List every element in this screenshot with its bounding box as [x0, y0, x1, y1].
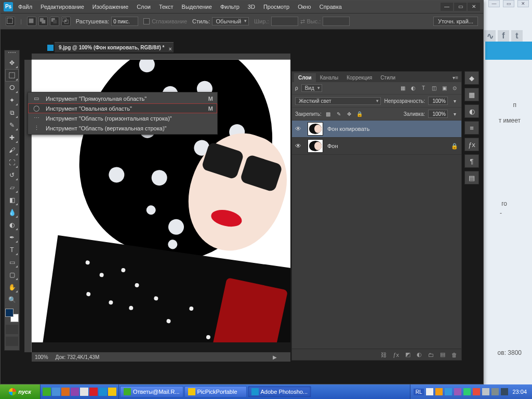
language-indicator[interactable]: RL — [414, 389, 424, 395]
layer-row[interactable]: 👁 Фон копировать — [292, 121, 461, 138]
browser-min[interactable]: — — [488, 0, 500, 7]
tool-path-select[interactable]: ▭ — [6, 257, 18, 268]
status-arrow-icon[interactable]: ▶ — [273, 354, 277, 360]
tool-heal[interactable]: ✚ — [6, 132, 18, 143]
opacity-caret-icon[interactable]: ▾ — [451, 97, 458, 104]
menu-image[interactable]: Изображение — [89, 3, 131, 11]
text-panel-icon[interactable]: ¶ — [464, 154, 479, 168]
browser-close[interactable]: ✕ — [517, 0, 529, 7]
group-icon[interactable]: 🗀 — [428, 352, 434, 358]
tab-styles[interactable]: Стили — [376, 73, 400, 82]
document-tab[interactable]: 9.jpg @ 100% (Фон копировать, RGB/8#) * … — [55, 42, 174, 52]
facebook-icon[interactable]: f — [498, 30, 509, 42]
tray-volume-icon[interactable] — [482, 388, 489, 395]
tab-channels[interactable]: Каналы — [316, 73, 343, 82]
new-selection-icon[interactable] — [27, 17, 36, 26]
screenmode-toggle[interactable] — [6, 337, 18, 346]
tool-lasso[interactable]: ⵔ — [6, 82, 18, 94]
tab-adjustments[interactable]: Коррекция — [342, 73, 376, 82]
menu-view[interactable]: Просмотр — [260, 3, 292, 11]
browser-max[interactable]: ▭ — [503, 0, 514, 7]
flyout-single-col[interactable]: ⋮ Инструмент "Область (вертикальная стро… — [28, 123, 217, 133]
layer-thumbnail[interactable] — [308, 139, 323, 153]
style-select[interactable]: Обычный — [212, 17, 249, 25]
filter-text-icon[interactable]: T — [420, 85, 427, 92]
visibility-icon[interactable]: 👁 — [295, 125, 303, 132]
history-panel-icon[interactable]: ≡ — [464, 121, 479, 135]
layer-thumbnail[interactable] — [308, 122, 323, 136]
subtract-selection-icon[interactable] — [50, 17, 59, 26]
ql-icon-4[interactable] — [71, 388, 79, 396]
adjustment-icon[interactable]: ◐ — [417, 351, 422, 358]
fx-icon[interactable]: ƒx — [393, 352, 399, 358]
character-panel-icon[interactable]: ƒx — [464, 138, 479, 151]
ql-icon-3[interactable] — [61, 388, 70, 396]
blend-mode-select[interactable]: Жесткий свет — [295, 97, 381, 105]
filter-shape-icon[interactable]: ◫ — [430, 85, 437, 92]
tool-zoom[interactable]: 🔍 — [6, 294, 18, 305]
tray-icon[interactable] — [445, 388, 452, 395]
flyout-elliptical[interactable]: ◯ Инструмент "Овальная область" M — [28, 103, 217, 113]
tool-text[interactable]: T — [6, 244, 18, 256]
tool-dodge[interactable]: ◐ — [6, 219, 18, 231]
mask-icon[interactable]: ◩ — [405, 351, 410, 358]
lock-all-icon[interactable]: 🔒 — [356, 110, 363, 117]
ql-icon-2[interactable] — [52, 388, 60, 396]
window-maximize[interactable]: ▭ — [454, 3, 467, 11]
tool-marquee[interactable] — [6, 70, 18, 81]
zoom-readout[interactable]: 100% — [35, 354, 48, 360]
tray-icon[interactable] — [473, 388, 480, 395]
window-minimize[interactable]: — — [441, 3, 453, 11]
menu-edit[interactable]: Редактирование — [37, 3, 87, 11]
tool-eraser[interactable]: ▱ — [6, 182, 18, 193]
panel-grip[interactable] — [7, 52, 17, 55]
menu-window[interactable]: Окно — [295, 3, 314, 11]
intersect-selection-icon[interactable] — [61, 17, 71, 26]
tool-brush[interactable]: 🖌 — [6, 144, 18, 156]
task-item[interactable]: Ответы@Mail.R... — [120, 386, 183, 397]
color-swatches[interactable] — [5, 309, 19, 322]
tab-layers[interactable]: Слои — [294, 73, 316, 82]
filter-smart-icon[interactable]: ▣ — [441, 85, 448, 92]
tool-gradient[interactable]: ◧ — [6, 194, 18, 206]
filter-kind-select[interactable]: Вид — [301, 84, 322, 92]
filter-pixel-icon[interactable]: ▦ — [399, 85, 406, 92]
lock-pixels-icon[interactable]: ▩ — [325, 110, 332, 117]
tool-stamp[interactable]: ⛶ — [6, 157, 18, 168]
ruler-horizontal[interactable] — [32, 54, 290, 60]
close-tab-icon[interactable]: × — [169, 44, 172, 55]
adjust-panel-icon[interactable]: ◐ — [464, 104, 479, 118]
menu-text[interactable]: Текст — [156, 3, 177, 11]
quickmask-toggle[interactable] — [6, 325, 18, 334]
trash-icon[interactable]: 🗑 — [451, 352, 457, 358]
ql-icon-8[interactable] — [108, 388, 116, 396]
tool-blur[interactable]: 💧 — [6, 207, 18, 218]
visibility-icon[interactable]: 👁 — [295, 142, 303, 150]
link-layers-icon[interactable]: ⛓ — [381, 352, 387, 358]
task-item[interactable]: Adobe Photosho... — [248, 386, 312, 397]
tool-history-brush[interactable]: ↺ — [6, 169, 18, 181]
filter-toggle-icon[interactable]: ⊙ — [451, 85, 458, 92]
tool-wand[interactable]: ✦ — [6, 95, 18, 106]
window-close[interactable]: ✕ — [468, 3, 480, 11]
color-panel-icon[interactable]: ◆ — [464, 71, 479, 85]
menu-help[interactable]: Справка — [316, 3, 345, 11]
fill-caret-icon[interactable]: ▾ — [451, 110, 458, 117]
current-tool-icon[interactable] — [6, 17, 15, 26]
tool-shape[interactable]: ▢ — [6, 269, 18, 281]
layer-name[interactable]: Фон копировать — [327, 126, 369, 132]
opacity-input[interactable] — [428, 97, 448, 105]
tray-icon[interactable] — [435, 388, 443, 395]
menu-filter[interactable]: Фильтр — [217, 3, 243, 11]
ql-icon-1[interactable] — [43, 388, 51, 396]
add-selection-icon[interactable] — [38, 17, 48, 26]
ql-icon-6[interactable] — [89, 388, 98, 396]
fill-input[interactable] — [428, 110, 448, 118]
doc-info[interactable]: Док: 732,4K/1,43M — [56, 354, 100, 360]
ql-icon-5[interactable] — [80, 388, 88, 396]
ql-icon-7[interactable] — [99, 388, 107, 396]
tray-icon[interactable] — [463, 388, 471, 395]
tool-move[interactable]: ✥ — [6, 57, 18, 69]
rss-icon[interactable]: ∿ — [484, 30, 496, 42]
tool-hand[interactable]: ✋ — [6, 282, 18, 293]
